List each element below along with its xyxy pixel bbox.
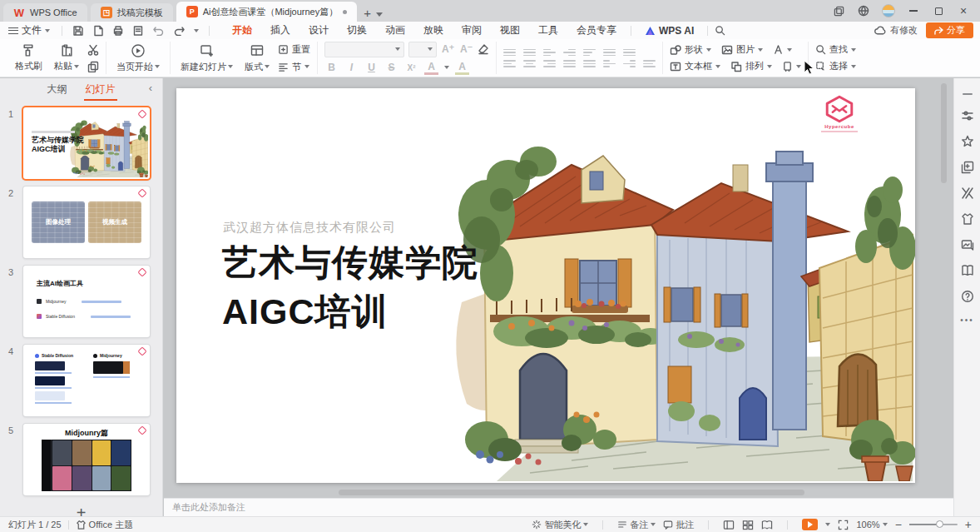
font-color-button[interactable]: A — [424, 61, 438, 75]
section-button[interactable]: 节 — [278, 61, 310, 73]
notes-bar[interactable]: 单击此处添加备注 — [164, 498, 953, 516]
print-icon[interactable] — [112, 25, 124, 37]
search-icon[interactable] — [715, 25, 725, 36]
tab-wps-office[interactable]: W WPS Office — [3, 3, 87, 22]
columns-button[interactable] — [623, 49, 636, 57]
new-tab-button[interactable]: + — [364, 5, 371, 22]
decrease-indent-button[interactable] — [543, 49, 556, 57]
tab-home[interactable]: 开始 — [223, 22, 261, 39]
select-button[interactable]: 选择 — [815, 60, 856, 72]
cut-icon[interactable] — [87, 44, 99, 56]
vertical-scrollbar[interactable] — [941, 83, 947, 183]
zoom-level[interactable]: 106% — [856, 520, 887, 530]
align-left-button[interactable] — [503, 60, 516, 67]
layout-button[interactable]: 版式 — [241, 43, 273, 73]
tab-insert[interactable]: 插入 — [261, 22, 299, 39]
increase-indent-button[interactable] — [563, 49, 576, 57]
justify-button[interactable] — [563, 60, 576, 67]
image-edit-icon[interactable] — [961, 238, 974, 251]
hypercube-logo[interactable]: Hypercube — [815, 95, 864, 138]
horizontal-scrollbar[interactable] — [339, 490, 804, 495]
undo-icon[interactable] — [152, 25, 165, 36]
new-slide-button[interactable]: 新建幻灯片 — [177, 43, 236, 73]
slide-thumbnail-5[interactable]: Midjounry篇 — [23, 424, 150, 495]
decrease-font-button[interactable]: A⁻ — [459, 43, 473, 55]
slide-thumbnail-3[interactable]: 主流AI绘画工具 Midjourney Stable Diffusion — [23, 266, 150, 337]
fit-to-window-icon[interactable] — [838, 520, 849, 530]
skin-shirt-icon[interactable] — [961, 212, 974, 226]
restore-button[interactable] — [932, 4, 945, 17]
file-menu[interactable]: 文件 — [0, 23, 57, 37]
shapes-button[interactable]: 形状 — [670, 43, 711, 56]
tab-view[interactable]: 视图 — [491, 22, 529, 39]
redo-icon[interactable] — [173, 25, 186, 36]
slide-thumbnail-2[interactable]: 图像处理 视频生成 — [23, 186, 150, 258]
slide-title-text[interactable]: 艺术与传媒学院 AIGC培训 — [222, 238, 478, 337]
arrange-button[interactable]: 排列 — [730, 60, 772, 72]
line-spacing-button[interactable] — [603, 49, 616, 57]
properties-sliders-icon[interactable] — [961, 109, 974, 122]
align-center-button[interactable] — [523, 60, 536, 67]
icon-library-button[interactable] — [782, 61, 801, 72]
indent-left-button[interactable] — [603, 60, 616, 67]
collapse-rail-handle[interactable] — [963, 93, 973, 95]
textbox-button[interactable]: 文本框 — [670, 60, 720, 72]
strikethrough-button[interactable]: S — [384, 62, 398, 73]
favorites-star-icon[interactable] — [961, 135, 974, 148]
play-options-caret-icon[interactable] — [825, 523, 830, 526]
normal-view-icon[interactable] — [723, 520, 735, 530]
reset-button[interactable]: 重置 — [278, 43, 310, 56]
underline-button[interactable]: U — [364, 62, 379, 73]
save-status[interactable]: 有修改 — [874, 24, 918, 37]
numbering-button[interactable] — [523, 49, 536, 57]
company-name-text[interactable]: 武汉超方体信息技术有限公司 — [223, 220, 396, 236]
tailor-tools-icon[interactable] — [961, 186, 974, 200]
outline-tab[interactable]: 大纲 — [47, 82, 67, 97]
slides-tab[interactable]: 幻灯片 — [86, 82, 116, 97]
save-icon[interactable] — [72, 25, 84, 37]
collapse-panel-button[interactable]: ‹ — [149, 82, 152, 94]
tab-member[interactable]: 会员专享 — [567, 22, 626, 39]
tab-list-caret-icon[interactable] — [376, 12, 383, 17]
duplicate-plus-icon[interactable] — [961, 161, 974, 174]
export-pdf-icon[interactable] — [92, 25, 104, 37]
village-watercolor-image[interactable] — [444, 90, 915, 481]
paste-button[interactable]: 粘贴 — [51, 43, 82, 72]
tab-slideshow[interactable]: 放映 — [414, 22, 453, 39]
wordart-button[interactable] — [773, 44, 792, 55]
tab-template-doc[interactable]: ◳ 找稿完模板 — [91, 3, 173, 22]
tab-current-presentation[interactable]: P Ai创意绘画课堂（Midjourney篇） — [176, 2, 358, 22]
user-avatar[interactable] — [882, 4, 895, 17]
minimize-button[interactable] — [907, 4, 920, 17]
slide-thumbnail-1[interactable]: 艺术与传媒学院AIGC培训 — [23, 107, 150, 179]
zoom-slider-thumb[interactable] — [936, 520, 943, 528]
slideshow-play-button[interactable] — [802, 519, 818, 530]
tab-tools[interactable]: 工具 — [529, 22, 567, 39]
notebook-icon[interactable] — [961, 264, 974, 277]
notes-toggle-button[interactable]: 备注 — [617, 519, 656, 531]
superscript-button[interactable]: X² — [404, 63, 418, 72]
bold-button[interactable]: B — [324, 62, 339, 73]
zoom-slider[interactable] — [909, 524, 958, 525]
share-button[interactable]: 分享 — [926, 22, 973, 38]
more-tools-icon[interactable]: ••• — [960, 316, 974, 325]
tab-design[interactable]: 设计 — [299, 22, 338, 39]
font-name-select[interactable] — [324, 42, 404, 57]
italic-button[interactable]: I — [344, 62, 359, 73]
tab-review[interactable]: 审阅 — [453, 22, 491, 39]
zoom-out-button[interactable]: − — [895, 520, 902, 529]
align-right-button[interactable] — [543, 60, 556, 67]
print-preview-icon[interactable] — [132, 25, 144, 37]
smart-beautify-button[interactable]: 智能美化 — [532, 519, 588, 531]
highlight-color-button[interactable]: A — [455, 61, 469, 75]
zoom-in-button[interactable]: + — [965, 520, 972, 529]
multi-window-icon[interactable] — [832, 4, 845, 17]
distribute-button[interactable] — [583, 60, 596, 67]
format-painter-button[interactable]: 格式刷 — [12, 43, 46, 72]
find-button[interactable]: 查找 — [815, 43, 856, 56]
play-from-current-button[interactable]: 当页开始 — [113, 43, 163, 73]
theme-indicator[interactable]: Office 主题 — [76, 519, 134, 531]
comments-button[interactable]: 批注 — [663, 519, 694, 531]
tab-transition[interactable]: 切换 — [338, 22, 376, 39]
picture-button[interactable]: 图片 — [721, 43, 763, 56]
